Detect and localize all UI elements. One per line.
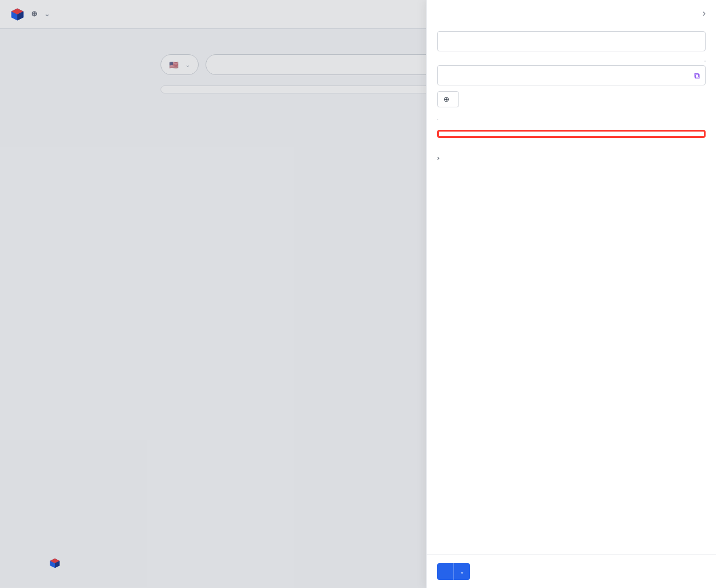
globe-icon: ⊕: [443, 95, 449, 103]
composition-tabs: [437, 119, 438, 120]
save-open-composition-button[interactable]: ⌄: [437, 563, 470, 580]
add-node-panel: › ⧉ ⊕ › ⌄: [426, 0, 716, 588]
allowed-query-strings-toggle[interactable]: ›: [437, 154, 706, 162]
collapse-panel-icon[interactable]: ›: [703, 8, 706, 18]
path-type-segmented: [704, 61, 706, 62]
name-input[interactable]: [437, 31, 706, 51]
edit-localizations-button[interactable]: ⊕: [437, 91, 459, 107]
chevron-down-icon[interactable]: ⌄: [453, 563, 470, 580]
chevron-right-icon: ›: [437, 154, 439, 162]
template-cards-highlighted: [437, 130, 706, 138]
copy-icon[interactable]: ⧉: [694, 70, 700, 80]
path-input[interactable]: [437, 65, 706, 85]
